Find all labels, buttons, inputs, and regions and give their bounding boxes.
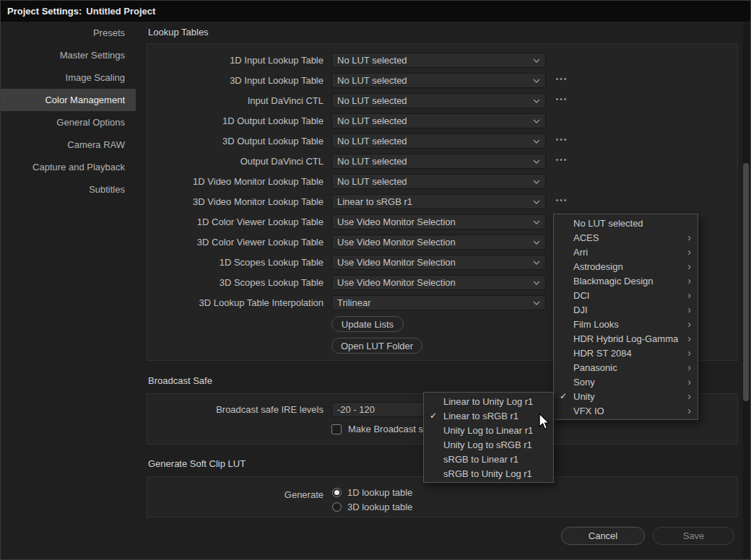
dropdown-value: Use Video Monitor Selection (337, 277, 456, 288)
row-label: 1D Output Lookup Table (147, 113, 324, 128)
section-title-broadcast-safe: Broadcast Safe (148, 375, 212, 387)
menu-item-astrodesign[interactable]: Astrodesign › (554, 259, 698, 274)
chevron-down-icon (533, 58, 540, 63)
dropdown-value: Linear to sRGB r1 (337, 196, 412, 207)
sidebar-item-presets[interactable]: Presets (0, 22, 136, 44)
sidebar-item-subtitles[interactable]: Subtitles (0, 178, 136, 201)
submenu-item-linear-to-srgb[interactable]: ✓ Linear to sRGB r1 (424, 408, 553, 423)
menu-item-blackmagic-design[interactable]: Blackmagic Design › (554, 274, 698, 288)
scrollbar-track[interactable] (742, 22, 750, 559)
chevron-down-icon (533, 139, 540, 144)
lut-dropdown-3d-color-viewer[interactable]: Use Video Monitor Selection (331, 235, 546, 250)
submenu-arrow-icon: › (687, 261, 691, 272)
lut-dropdown-interpolation[interactable]: Trilinear (331, 295, 546, 310)
menu-item-label: Linear to Unity Log r1 (443, 396, 533, 407)
lut-dropdown-1d-color-viewer[interactable]: Use Video Monitor Selection (331, 214, 546, 229)
menu-item-panasonic[interactable]: Panasonic › (554, 360, 698, 375)
chevron-down-icon (533, 99, 540, 103)
menu-item-dci[interactable]: DCI › (554, 288, 698, 302)
sidebar-item-general-options[interactable]: General Options (0, 111, 136, 134)
menu-item-no-lut[interactable]: No LUT selected (554, 216, 698, 230)
dialog-title: Project Settings: (7, 6, 82, 17)
chevron-down-icon (533, 180, 540, 184)
menu-item-label: sRGB to Unity Log r1 (443, 468, 532, 479)
lut-row: 1D Video Monitor Lookup Table No LUT sel… (147, 174, 737, 189)
update-lists-button[interactable]: Update Lists (331, 316, 404, 332)
radio-3d-lookup-table[interactable] (332, 502, 342, 512)
submenu-item-linear-to-unity-log[interactable]: Linear to Unity Log r1 (424, 394, 553, 408)
menu-item-hdr-st-2084[interactable]: HDR ST 2084 › (554, 346, 698, 360)
menu-item-label: DJI (573, 305, 588, 315)
lut-dropdown-1d-output[interactable]: No LUT selected (331, 113, 546, 128)
dropdown-value: Use Video Monitor Selection (337, 257, 456, 268)
lut-dropdown-3d-output[interactable]: No LUT selected (331, 134, 546, 149)
submenu-arrow-icon: › (687, 390, 691, 402)
submenu-arrow-icon: › (687, 376, 691, 388)
lut-row: Input DaVinci CTL No LUT selected ••• (147, 93, 737, 108)
menu-item-vfx-io[interactable]: VFX IO › (554, 403, 698, 418)
scrollbar-thumb[interactable] (743, 163, 749, 401)
dropdown-value: No LUT selected (337, 176, 407, 187)
submenu-item-srgb-to-linear[interactable]: sRGB to Linear r1 (424, 452, 553, 466)
sidebar-item-master-settings[interactable]: Master Settings (0, 44, 136, 66)
lut-dropdown-3d-input[interactable]: No LUT selected (331, 73, 546, 88)
unity-lut-submenu: Linear to Unity Log r1 ✓ Linear to sRGB … (423, 392, 554, 483)
lut-dropdown-1d-input[interactable]: No LUT selected (331, 53, 546, 68)
lut-dropdown-3d-video-monitor[interactable]: Linear to sRGB r1 (331, 194, 546, 209)
lut-options-dots-button[interactable]: ••• (549, 194, 575, 209)
open-lut-folder-button[interactable]: Open LUT Folder (331, 338, 422, 354)
submenu-arrow-icon: › (687, 304, 691, 315)
radio-1d-lookup-table[interactable] (332, 488, 342, 497)
submenu-arrow-icon: › (687, 275, 691, 286)
row-label: Input DaVinci CTL (147, 93, 324, 108)
menu-item-sony[interactable]: Sony › (554, 375, 698, 389)
lut-options-dots-button[interactable]: ••• (549, 154, 575, 169)
lut-dropdown-1d-video-monitor[interactable]: No LUT selected (331, 174, 546, 189)
menu-item-film-looks[interactable]: Film Looks › (554, 317, 698, 331)
row-label: 3D Color Viewer Lookup Table (147, 235, 324, 250)
lut-options-dots-button[interactable]: ••• (549, 73, 575, 88)
lut-dropdown-output-ctl[interactable]: No LUT selected (331, 154, 546, 169)
submenu-item-srgb-to-unity-log[interactable]: sRGB to Unity Log r1 (424, 466, 553, 481)
cancel-button[interactable]: Cancel (561, 527, 645, 545)
checkbox-label: Make Broadcast s (348, 424, 423, 435)
lut-row: 3D Output Lookup Table No LUT selected •… (147, 134, 737, 149)
menu-item-hdr-hybrid-log-gamma[interactable]: HDR Hybrid Log-Gamma › (554, 331, 698, 346)
lut-dropdown-input-ctl[interactable]: No LUT selected (331, 93, 546, 108)
lut-category-menu: No LUT selected ACES › Arri › Astrodesig… (553, 214, 698, 420)
menu-item-aces[interactable]: ACES › (554, 230, 698, 245)
project-name: Untitled Project (86, 6, 155, 17)
menu-item-label: Astrodesign (573, 261, 623, 272)
sidebar-item-camera-raw[interactable]: Camera RAW (0, 134, 136, 156)
sidebar-item-capture-playback[interactable]: Capture and Playback (0, 156, 136, 178)
row-label: Output DaVinci CTL (147, 154, 324, 169)
dropdown-value: No LUT selected (337, 75, 407, 86)
menu-item-label: Unity Log to Linear r1 (443, 425, 533, 436)
dropdown-value: No LUT selected (337, 95, 407, 106)
sidebar-item-color-management[interactable]: Color Management (0, 89, 136, 111)
menu-item-dji[interactable]: DJI › (554, 302, 698, 317)
submenu-item-unity-log-to-srgb[interactable]: Unity Log to sRGB r1 (424, 437, 553, 452)
lut-options-dots-button[interactable]: ••• (549, 134, 575, 149)
dropdown-value: Use Video Monitor Selection (337, 216, 456, 227)
dropdown-value: No LUT selected (337, 156, 407, 167)
make-broadcast-safe-checkbox[interactable] (331, 424, 342, 434)
menu-item-unity[interactable]: ✓ Unity › (554, 389, 698, 403)
menu-item-arri[interactable]: Arri › (554, 245, 698, 259)
titlebar: Project Settings: Untitled Project (0, 0, 751, 22)
save-button[interactable]: Save (653, 527, 734, 545)
settings-sidebar: Presets Master Settings Image Scaling Co… (0, 22, 136, 560)
submenu-item-unity-log-to-linear[interactable]: Unity Log to Linear r1 (424, 423, 553, 437)
chevron-down-icon (533, 220, 540, 224)
lut-row: 3D Video Monitor Lookup Table Linear to … (147, 194, 737, 209)
dropdown-value: No LUT selected (337, 115, 407, 126)
sidebar-item-image-scaling[interactable]: Image Scaling (0, 66, 136, 89)
chevron-down-icon (533, 240, 540, 245)
lut-options-dots-button[interactable]: ••• (549, 93, 575, 108)
lut-dropdown-1d-scopes[interactable]: Use Video Monitor Selection (331, 255, 546, 270)
lut-dropdown-3d-scopes[interactable]: Use Video Monitor Selection (331, 275, 546, 290)
submenu-arrow-icon: › (687, 318, 691, 330)
section-title-soft-clip: Generate Soft Clip LUT (148, 458, 246, 470)
checkmark-icon: ✓ (560, 391, 567, 401)
lut-row: Output DaVinci CTL No LUT selected ••• (147, 154, 737, 169)
